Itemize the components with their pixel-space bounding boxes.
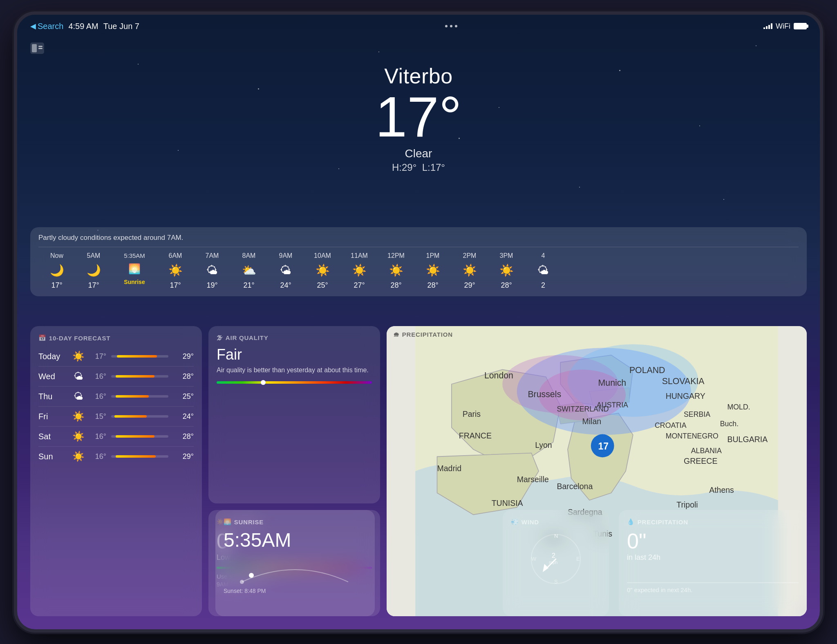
forecast-label: 10-DAY FORECAST <box>49 335 110 342</box>
wind-card: 💨 WIND N S W E 2 mph <box>503 510 609 616</box>
ten-day-forecast-card: 📅 10-DAY FORECAST Today ☀️ 17° 29° Wed 🌤… <box>30 326 202 616</box>
air-quality-indicator <box>261 380 266 385</box>
svg-text:MONTENEGRO: MONTENEGRO <box>666 432 718 440</box>
hourly-forecast-card: Partly cloudy conditions expected around… <box>30 227 807 296</box>
forecast-row-sat: Sat ☀️ 16° 28° <box>38 427 194 447</box>
svg-rect-1 <box>32 44 37 52</box>
weather-main: Viterbo 17° Clear H:29° L:17° <box>17 64 820 173</box>
air-quality-label: AIR QUALITY <box>226 334 269 341</box>
device-frame: ◀ Search 4:59 AM Tue Jun 7 WiFi <box>14 11 823 633</box>
hour-item-6am: 6AM ☀️ 17° <box>157 252 194 290</box>
hour-item-10am: 10AM ☀️ 25° <box>304 252 341 290</box>
rain-icon: 💧 <box>627 518 635 525</box>
calendar-icon: 📅 <box>38 334 47 342</box>
svg-text:Marseille: Marseille <box>517 475 549 484</box>
sunrise-label: SUNRISE <box>234 519 264 525</box>
svg-text:Milan: Milan <box>582 417 602 426</box>
wind-header: 💨 WIND <box>511 518 601 525</box>
hour-item-12pm: 12PM ☀️ 28° <box>378 252 414 290</box>
hour-item-1pm: 1PM ☀️ 28° <box>414 252 451 290</box>
svg-text:BULGARIA: BULGARIA <box>727 435 768 444</box>
svg-text:Madrid: Madrid <box>437 464 462 473</box>
svg-text:POLAND: POLAND <box>629 365 665 375</box>
svg-text:SLOVAKIA: SLOVAKIA <box>662 376 705 386</box>
status-date: Tue Jun 7 <box>103 22 139 31</box>
status-bar: ◀ Search 4:59 AM Tue Jun 7 WiFi <box>17 15 820 38</box>
forecast-row-today: Today ☀️ 17° 29° <box>38 347 194 367</box>
forecast-row-sun: Sun ☀️ 16° 29° <box>38 447 194 466</box>
svg-text:MOLD.: MOLD. <box>727 403 750 411</box>
svg-text:Tripoli: Tripoli <box>676 500 698 509</box>
wind-icon: 💨 <box>511 518 519 525</box>
svg-text:2: 2 <box>552 552 555 559</box>
precip-chart <box>627 567 799 583</box>
svg-text:E: E <box>576 556 580 562</box>
hour-item-sunrise: 5:35AM 🌅 Sunrise <box>112 252 157 290</box>
hourly-note: Partly cloudy conditions expected around… <box>38 234 799 247</box>
svg-text:FRANCE: FRANCE <box>459 431 492 440</box>
svg-point-40 <box>240 580 244 584</box>
cloud-icon: 🌧 <box>393 331 400 338</box>
svg-text:Brussels: Brussels <box>528 389 561 399</box>
precipitation-card: 💧 PRECIPITATION 0" in last 24h 0" expect… <box>619 510 807 616</box>
svg-text:Munich: Munich <box>598 378 627 388</box>
main-temperature: 17° <box>17 88 820 145</box>
svg-text:TUNISIA: TUNISIA <box>492 499 523 508</box>
hour-item-4pm: 4 🌤 2 <box>525 252 562 290</box>
svg-rect-3 <box>38 48 43 49</box>
hour-item-5am: 5AM 🌙 17° <box>75 252 112 290</box>
wind-compass: N S W E 2 mph <box>527 530 584 588</box>
back-label: Search <box>38 22 63 31</box>
hourly-scroll[interactable]: Now 🌙 17° 5AM 🌙 17° 5:35AM 🌅 Sunrise 6AM… <box>38 252 799 290</box>
air-quality-icon: 🌫 <box>217 334 223 341</box>
forecast-row-fri: Fri ☀️ 15° 24° <box>38 407 194 427</box>
svg-text:AUSTRIA: AUSTRIA <box>597 401 628 409</box>
precip-forecast: 0" expected in next 24h. <box>627 586 799 593</box>
hour-item-2pm: 2PM ☀️ 29° <box>451 252 488 290</box>
hour-item-8am: 8AM ⛅ 21° <box>231 252 267 290</box>
svg-rect-2 <box>38 46 43 47</box>
sidebar-toggle-button[interactable] <box>30 42 44 57</box>
high-low-temps: H:29° L:17° <box>17 162 820 173</box>
sunrise-icon: 🌅 <box>224 518 232 525</box>
svg-text:N: N <box>554 533 558 539</box>
hour-item-now: Now 🌙 17° <box>38 252 75 290</box>
svg-point-41 <box>249 573 254 578</box>
svg-text:Barcelona: Barcelona <box>557 482 593 491</box>
hour-item-9am: 9AM 🌤 24° <box>267 252 304 290</box>
precip-header: 💧 PRECIPITATION <box>627 518 799 525</box>
svg-text:Buch.: Buch. <box>720 420 739 428</box>
precip-label: PRECIPITATION <box>638 519 688 525</box>
air-quality-value: Fair <box>217 346 372 363</box>
svg-text:ALBANIA: ALBANIA <box>691 447 722 455</box>
hour-item-11am: 11AM ☀️ 27° <box>341 252 378 290</box>
map-label: PRECIPITATION <box>402 331 453 338</box>
weather-condition: Clear <box>17 147 820 160</box>
air-quality-header: 🌫 AIR QUALITY <box>217 334 372 341</box>
sunrise-card: 🌅 SUNRISE 5:35AM Sunset: 8:48 PM <box>215 510 375 616</box>
map-header: 🌧 PRECIPITATION <box>393 331 453 338</box>
battery-icon <box>794 23 807 29</box>
svg-text:London: London <box>484 371 513 380</box>
sunrise-arc <box>224 553 367 586</box>
svg-text:GREECE: GREECE <box>684 456 717 465</box>
status-dots <box>445 25 457 27</box>
status-right: WiFi <box>763 22 807 31</box>
svg-marker-48 <box>543 564 548 572</box>
forecast-row-thu: Thu 🌤 16° 25° <box>38 387 194 407</box>
svg-text:S: S <box>554 579 558 585</box>
forecast-row-wed: Wed 🌤 16° 28° <box>38 367 194 387</box>
sunrise-time: 5:35AM <box>224 530 367 550</box>
back-button[interactable]: ◀ Search <box>30 22 63 31</box>
status-left: ◀ Search 4:59 AM Tue Jun 7 <box>30 22 139 31</box>
svg-text:Paris: Paris <box>463 409 481 418</box>
forecast-card-header: 📅 10-DAY FORECAST <box>38 334 194 342</box>
precip-period: in last 24h <box>627 553 799 562</box>
svg-text:Athens: Athens <box>709 485 734 494</box>
svg-text:mph: mph <box>549 560 557 565</box>
svg-text:17: 17 <box>598 441 609 452</box>
wind-label: WIND <box>521 519 539 525</box>
wifi-icon: WiFi <box>776 22 790 31</box>
svg-text:W: W <box>531 556 537 562</box>
svg-text:Lyon: Lyon <box>535 441 552 449</box>
